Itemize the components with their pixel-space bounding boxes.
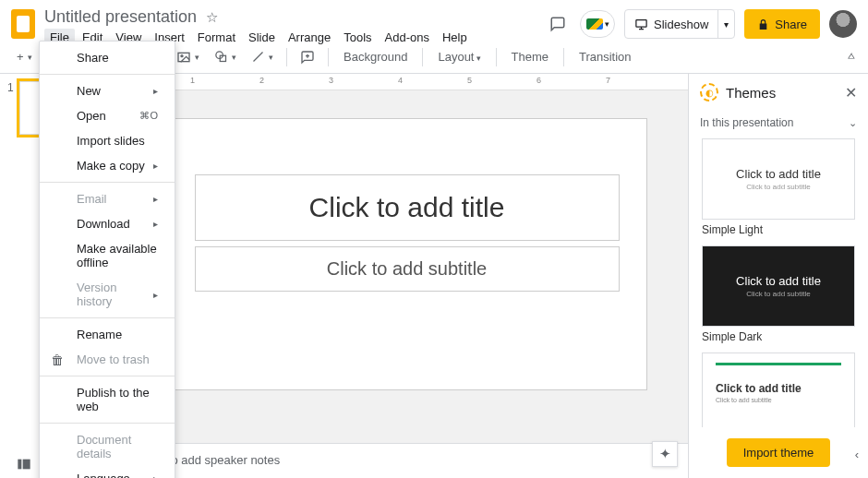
layout-button[interactable]: Layout▾ xyxy=(430,46,488,67)
collapse-sidebar-icon[interactable]: ‹ xyxy=(848,441,866,467)
theme-streamline[interactable]: Click to add title Click to add subtitle… xyxy=(702,353,855,427)
themes-section-toggle[interactable]: In this presentation ⌄ xyxy=(689,111,868,135)
trash-icon: 🗑 xyxy=(51,353,64,367)
menu-email: Email▸ xyxy=(40,186,175,211)
explore-button[interactable]: ✦ xyxy=(652,441,678,467)
line-icon[interactable]: ▾ xyxy=(246,46,279,67)
document-title[interactable]: Untitled presentation xyxy=(44,7,197,27)
themes-panel: ◐ Themes ✕ In this presentation ⌄ Click … xyxy=(688,74,868,478)
menu-new[interactable]: New▸ xyxy=(40,78,175,103)
speaker-notes[interactable]: Click to add speaker notes xyxy=(126,443,688,478)
share-button[interactable]: Share xyxy=(744,9,820,39)
file-menu-dropdown: Share New▸ Open⌘O Import slides Make a c… xyxy=(39,41,175,478)
lock-icon xyxy=(757,18,769,30)
slide-subtitle-placeholder[interactable]: Click to add subtitle xyxy=(195,246,620,292)
slideshow-label: Slideshow xyxy=(654,18,708,31)
ruler: 1 2 3 4 5 6 7 xyxy=(126,74,688,90)
shape-icon[interactable]: ▾ xyxy=(209,46,242,67)
svg-point-3 xyxy=(181,54,183,56)
slides-logo[interactable] xyxy=(11,9,35,39)
menu-language[interactable]: Language▸ xyxy=(40,466,175,478)
slide-canvas[interactable]: Click to add title Click to add subtitle xyxy=(167,118,647,390)
theme-simple-dark[interactable]: Click to add title Click to add subtitle… xyxy=(702,245,855,343)
menu-open[interactable]: Open⌘O xyxy=(40,103,175,128)
menu-offline[interactable]: Make available offline xyxy=(40,236,175,275)
meet-button[interactable]: ▾ xyxy=(580,10,615,38)
menu-move-trash: 🗑Move to trash xyxy=(40,347,175,372)
theme-simple-light[interactable]: Click to add title Click to add subtitle… xyxy=(702,138,855,236)
transition-button[interactable]: Transition xyxy=(572,46,639,67)
svg-rect-0 xyxy=(636,19,646,27)
menu-publish[interactable]: Publish to the web xyxy=(40,380,175,419)
present-icon xyxy=(634,18,648,31)
menu-import-slides[interactable]: Import slides xyxy=(40,128,175,153)
image-icon[interactable]: ▾ xyxy=(171,46,205,68)
meet-icon xyxy=(586,18,603,30)
share-label: Share xyxy=(775,18,807,31)
filmstrip-view-icon[interactable] xyxy=(17,458,31,471)
star-icon[interactable]: ☆ xyxy=(206,9,218,26)
avatar[interactable] xyxy=(829,10,857,38)
comment-icon[interactable] xyxy=(295,46,320,68)
collapse-toolbar-icon[interactable]: ㅿ xyxy=(846,49,857,65)
close-icon[interactable]: ✕ xyxy=(845,84,857,102)
slideshow-caret[interactable]: ▾ xyxy=(717,10,734,38)
menu-rename[interactable]: Rename xyxy=(40,322,175,347)
menu-make-copy[interactable]: Make a copy▸ xyxy=(40,153,175,178)
background-button[interactable]: Background xyxy=(336,46,415,67)
comments-icon[interactable] xyxy=(545,11,571,37)
slideshow-button[interactable]: Slideshow ▾ xyxy=(624,9,735,39)
menu-doc-details: Document details xyxy=(40,427,175,466)
menu-version-history: Version history▸ xyxy=(40,275,175,314)
menu-download[interactable]: Download▸ xyxy=(40,211,175,236)
menu-share[interactable]: Share xyxy=(40,45,175,70)
themes-icon: ◐ xyxy=(700,83,718,102)
themes-title: Themes xyxy=(726,85,838,101)
import-theme-button[interactable]: Import theme xyxy=(727,438,831,467)
slide-title-placeholder[interactable]: Click to add title xyxy=(195,174,620,241)
slide-number: 1 xyxy=(7,81,14,135)
chevron-down-icon: ⌄ xyxy=(849,117,857,129)
theme-button[interactable]: Theme xyxy=(504,46,556,67)
new-slide-button[interactable]: +▾ xyxy=(11,46,38,67)
svg-rect-6 xyxy=(18,460,21,470)
svg-rect-7 xyxy=(23,460,30,470)
